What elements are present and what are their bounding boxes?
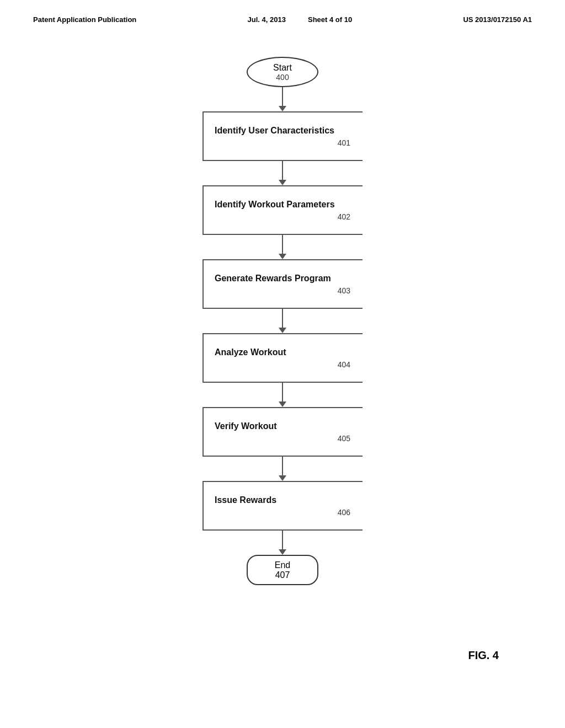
arrow-1 [279,161,286,185]
arrow-4 [279,383,286,407]
header-date: Jul. 4, 2013 [248,15,286,24]
arrow-0 [279,87,286,111]
arrow-head-5 [279,475,286,481]
arrow-line-6 [282,531,283,549]
arrow-head-3 [279,328,286,333]
step-403-box: Generate Rewards Program 403 [202,259,363,309]
step-404-num: 404 [215,360,354,369]
end-num: 407 [275,570,290,580]
arrow-line-1 [282,161,283,180]
step-402-box: Identify Workout Parameters 402 [202,185,363,235]
step-401-num: 401 [215,138,354,147]
end-shape: End 407 [247,555,318,585]
step-401-label: Identify User Characteristics [215,125,354,137]
arrow-head-1 [279,180,286,185]
figure-label: FIG. 4 [468,649,499,662]
step-403-label: Generate Rewards Program [215,273,354,285]
header-sheet: Sheet 4 of 10 [308,15,352,24]
arrow-5 [279,457,286,481]
page-header: Patent Application Publication Jul. 4, 2… [0,0,565,24]
header-center: Jul. 4, 2013 Sheet 4 of 10 [248,15,353,24]
arrow-line-2 [282,235,283,254]
step-406-label: Issue Rewards [215,495,354,506]
end-label: End [275,560,290,570]
arrow-line-3 [282,309,283,328]
arrow-head-4 [279,402,286,407]
step-404-box: Analyze Workout 404 [202,333,363,383]
header-publication-label: Patent Application Publication [33,15,136,24]
arrow-6 [279,531,286,555]
arrow-3 [279,309,286,333]
arrow-line-0 [282,87,283,106]
step-404-label: Analyze Workout [215,347,354,358]
step-402-num: 402 [215,212,354,221]
arrow-line-4 [282,383,283,402]
arrow-head-6 [279,549,286,555]
header-patent: US 2013/0172150 A1 [463,15,532,24]
arrow-line-5 [282,457,283,475]
step-405-label: Verify Workout [215,421,354,432]
start-label: Start [273,62,292,73]
step-406-num: 406 [215,508,354,517]
start-oval: Start 400 [247,57,318,87]
arrow-2 [279,235,286,259]
start-num: 400 [276,73,289,82]
step-405-num: 405 [215,434,354,443]
arrow-head-2 [279,254,286,259]
arrow-head-0 [279,106,286,111]
flowchart: Start 400 Identify User Characteristics … [0,24,565,585]
step-403-num: 403 [215,286,354,295]
step-406-box: Issue Rewards 406 [202,481,363,531]
step-401-box: Identify User Characteristics 401 [202,111,363,161]
step-405-box: Verify Workout 405 [202,407,363,457]
step-402-label: Identify Workout Parameters [215,199,354,211]
